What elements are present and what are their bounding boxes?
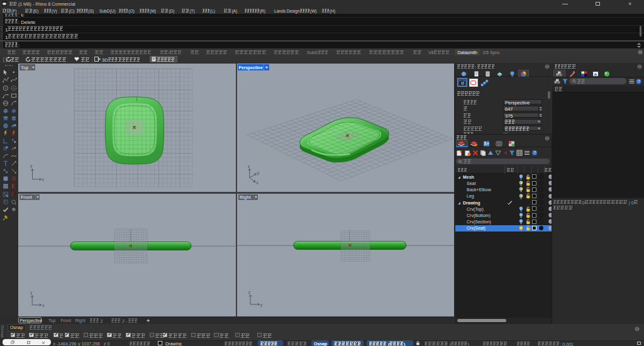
svg-text:y: y bbox=[260, 303, 263, 308]
svg-text:z: z bbox=[248, 290, 250, 294]
svg-text:x: x bbox=[42, 303, 45, 308]
svg-text:z: z bbox=[248, 164, 250, 169]
svg-text:x: x bbox=[257, 181, 259, 185]
svg-text:?: ? bbox=[638, 79, 640, 83]
svg-text:?: ? bbox=[533, 150, 536, 155]
svg-text:y: y bbox=[30, 164, 33, 169]
svg-text:z: z bbox=[30, 291, 32, 295]
svg-text:x: x bbox=[42, 177, 45, 182]
svg-text:y: y bbox=[257, 170, 260, 176]
